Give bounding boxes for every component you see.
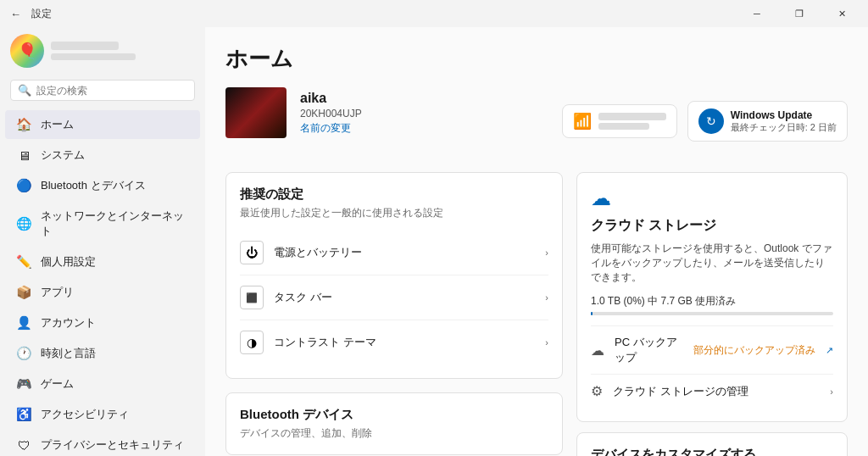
privacy-nav-icon: 🛡 <box>15 438 32 453</box>
search-input[interactable] <box>36 85 187 97</box>
sidebar-item-bluetooth[interactable]: 🔵Bluetooth とデバイス <box>5 171 200 200</box>
cloud-storage-card: ☁ クラウド ストレージ 使用可能なストレージを使用すると、Outlook でフ… <box>576 172 848 422</box>
storage-bar-label: 1.0 TB (0%) 中 7.7 GB 使用済み <box>591 294 833 309</box>
update-subtitle: 最終チェック日時: 2 日前 <box>731 121 837 134</box>
profile-rename[interactable]: 名前の変更 <box>300 121 362 136</box>
taskbar-label: タスク バー <box>274 290 545 305</box>
accounts-nav-label: アカウント <box>41 315 96 331</box>
username-bar <box>51 42 119 50</box>
sidebar-item-network[interactable]: 🌐ネットワークとインターネット <box>5 202 200 246</box>
left-column: 推奨の設定 最近使用した設定と一般的に使用される設定 ⏻ 電源とバッテリー › … <box>225 172 563 456</box>
bluetooth-subtitle: デバイスの管理、追加、削除 <box>240 426 548 441</box>
minimize-button[interactable]: ─ <box>737 0 776 27</box>
sidebar-header: 🎈 <box>0 27 205 75</box>
home-nav-label: ホーム <box>41 117 74 132</box>
main-content: ホーム aika 20KH004UJP 名前の変更 📶 <box>205 27 868 456</box>
accounts-nav-icon: 👤 <box>15 315 32 331</box>
sidebar-item-personalization[interactable]: ✏️個人用設定 <box>5 247 200 276</box>
sidebar-item-accessibility[interactable]: ♿アクセシビリティ <box>5 400 200 429</box>
gaming-nav-label: ゲーム <box>41 376 74 392</box>
backup-label: PC バックアップ <box>615 335 687 365</box>
apps-nav-icon: 📦 <box>15 285 32 300</box>
wifi-icon: 📶 <box>573 112 592 131</box>
profile-info: aika 20KH004UJP 名前の変更 <box>300 91 362 136</box>
cloud-icon: ☁ <box>591 186 833 210</box>
accessibility-nav-label: アクセシビリティ <box>41 407 129 422</box>
backup-status: 部分的にバックアップ済み <box>693 343 815 358</box>
backup-action[interactable]: ☁ PC バックアップ 部分的にバックアップ済み ↗ <box>591 325 833 374</box>
time-nav-label: 時刻と言語 <box>41 346 96 361</box>
recommended-card: 推奨の設定 最近使用した設定と一般的に使用される設定 ⏻ 電源とバッテリー › … <box>225 172 563 379</box>
cloud-title: クラウド ストレージ <box>591 217 833 235</box>
windows-update-card[interactable]: ↻ Windows Update 最終チェック日時: 2 日前 <box>687 101 848 142</box>
taskbar-icon: ⬛ <box>240 286 264 309</box>
setting-power[interactable]: ⏻ 電源とバッテリー › <box>240 231 548 275</box>
sidebar-item-accounts[interactable]: 👤アカウント <box>5 309 200 337</box>
sidebar-item-gaming[interactable]: 🎮ゲーム <box>5 370 200 398</box>
user-info <box>51 42 136 60</box>
wifi-status-bar <box>598 123 649 130</box>
back-button[interactable]: ← <box>7 8 25 20</box>
backup-icon: ☁ <box>591 342 604 359</box>
bluetooth-title: Bluetooth デバイス <box>240 407 548 423</box>
contrast-icon: ◑ <box>240 331 264 354</box>
time-nav-icon: 🕐 <box>15 346 32 361</box>
sidebar-item-apps[interactable]: 📦アプリ <box>5 278 200 307</box>
update-title: Windows Update <box>731 109 837 121</box>
recommended-subtitle: 最近使用した設定と一般的に使用される設定 <box>240 206 548 220</box>
profile-name: aika <box>300 91 362 106</box>
profile-image <box>225 87 287 138</box>
top-section: aika 20KH004UJP 名前の変更 📶 ↻ Windows Up <box>225 87 848 155</box>
wifi-name-bar <box>598 113 666 120</box>
gaming-nav-icon: 🎮 <box>15 376 32 392</box>
contrast-chevron: › <box>545 337 548 348</box>
manage-chevron: › <box>830 386 833 397</box>
sidebar-item-home[interactable]: 🏠ホーム <box>5 110 200 139</box>
manage-storage-action[interactable]: ⚙ クラウド ストレージの管理 › <box>591 374 833 408</box>
app-container: 🎈 🔍 🏠ホーム🖥システム🔵Bluetooth とデバイス🌐ネットワークとインタ… <box>0 27 868 456</box>
search-box[interactable]: 🔍 <box>10 80 195 101</box>
manage-label: クラウド ストレージの管理 <box>613 384 823 399</box>
wifi-card[interactable]: 📶 <box>562 104 677 138</box>
title-bar-left: ← 設定 <box>7 7 52 21</box>
personalization-nav-icon: ✏️ <box>15 254 32 270</box>
avatar: 🎈 <box>10 34 44 68</box>
bluetooth-nav-label: Bluetooth とデバイス <box>41 178 146 193</box>
update-icon: ↻ <box>698 108 724 134</box>
network-nav-label: ネットワークとインターネット <box>41 209 190 239</box>
title-bar-controls: ─ ❐ ✕ <box>737 0 861 27</box>
right-column: ☁ クラウド ストレージ 使用可能なストレージを使用すると、Outlook でフ… <box>576 172 848 456</box>
sidebar: 🎈 🔍 🏠ホーム🖥システム🔵Bluetooth とデバイス🌐ネットワークとインタ… <box>0 27 205 456</box>
two-column-layout: 推奨の設定 最近使用した設定と一般的に使用される設定 ⏻ 電源とバッテリー › … <box>225 172 848 456</box>
update-text: Windows Update 最終チェック日時: 2 日前 <box>731 109 837 134</box>
apps-nav-label: アプリ <box>41 285 74 300</box>
sidebar-item-time[interactable]: 🕐時刻と言語 <box>5 339 200 368</box>
privacy-nav-label: プライバシーとセキュリティ <box>41 437 184 453</box>
sidebar-item-system[interactable]: 🖥システム <box>5 141 200 170</box>
system-nav-label: システム <box>41 147 85 163</box>
power-icon: ⏻ <box>240 241 264 264</box>
close-button[interactable]: ✕ <box>822 0 861 27</box>
personalization-nav-label: 個人用設定 <box>41 254 96 270</box>
system-nav-icon: 🖥 <box>15 148 32 163</box>
profile-card: aika 20KH004UJP 名前の変更 <box>225 87 362 138</box>
contrast-label: コントラスト テーマ <box>274 335 545 350</box>
storage-bar-bg <box>591 312 833 315</box>
cloud-desc: 使用可能なストレージを使用すると、Outlook でファイルをバックアップしたり… <box>591 242 833 284</box>
taskbar-chevron: › <box>545 292 548 303</box>
setting-taskbar[interactable]: ⬛ タスク バー › <box>240 275 548 320</box>
wifi-text <box>598 113 666 130</box>
sidebar-item-privacy[interactable]: 🛡プライバシーとセキュリティ <box>5 431 200 456</box>
bluetooth-nav-icon: 🔵 <box>15 178 32 193</box>
accessibility-nav-icon: ♿ <box>15 407 32 422</box>
email-bar <box>51 53 136 60</box>
maximize-button[interactable]: ❐ <box>780 0 819 27</box>
title-bar-title: 設定 <box>31 7 52 21</box>
title-bar: ← 設定 ─ ❐ ✕ <box>0 0 868 27</box>
bluetooth-section-card: Bluetooth デバイス デバイスの管理、追加、削除 <box>225 392 563 455</box>
setting-contrast[interactable]: ◑ コントラスト テーマ › <box>240 320 548 364</box>
storage-bar-fill <box>591 312 593 315</box>
power-chevron: › <box>545 247 548 258</box>
network-nav-icon: 🌐 <box>15 216 32 231</box>
nav-items: 🏠ホーム🖥システム🔵Bluetooth とデバイス🌐ネットワークとインターネット… <box>0 106 205 456</box>
